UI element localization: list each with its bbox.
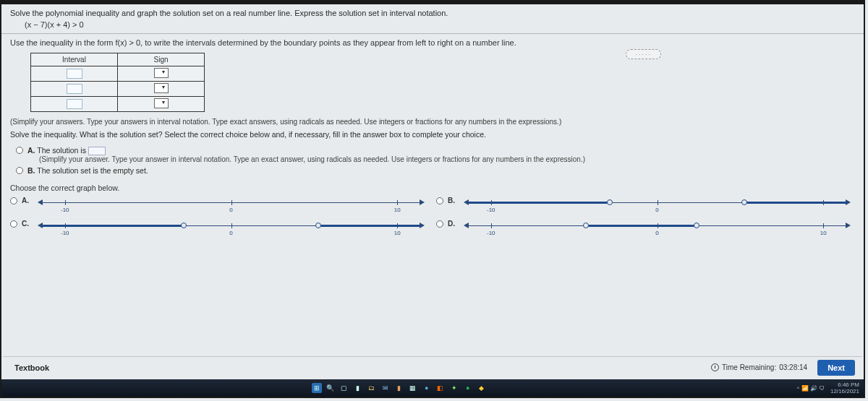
- choice-a[interactable]: A. The solution is (Simplify your answer…: [16, 145, 855, 165]
- numline-d: -10 0 10: [459, 220, 855, 238]
- arrow-right-icon: [420, 223, 425, 228]
- taskview-icon[interactable]: ▢: [339, 383, 349, 393]
- sign-table-zone: Interval Sign: [1, 51, 864, 115]
- collapse-hint[interactable]: ·····: [626, 49, 661, 59]
- graph-label-c: C.: [22, 220, 29, 228]
- textbook-button[interactable]: Textbook: [10, 361, 54, 375]
- chrome-icon[interactable]: ●: [422, 383, 432, 393]
- numline-c: -10 0 10: [33, 220, 429, 238]
- table-row: [31, 82, 205, 97]
- sign-select-2[interactable]: [154, 83, 169, 93]
- graph-prompt: Choose the correct graph below.: [10, 182, 855, 197]
- tray-icons[interactable]: ^ 📶 🔊 🗨: [797, 385, 825, 392]
- graph-choice-a[interactable]: A. -10 0 10: [10, 197, 429, 215]
- radio-a[interactable]: [16, 147, 23, 154]
- app-icon[interactable]: ◧: [435, 383, 446, 393]
- app-icon[interactable]: ▦: [408, 383, 418, 393]
- arrow-right-icon: [420, 199, 425, 205]
- explorer-icon[interactable]: 🗂: [367, 383, 377, 393]
- system-tray[interactable]: ^ 📶 🔊 🗨 6:46 PM12/16/2021: [797, 381, 859, 394]
- choice-a-text: A. The solution is (Simplify your answer…: [27, 146, 585, 163]
- col-interval-header: Interval: [31, 53, 118, 66]
- numline-a: -10 0 10: [33, 197, 429, 215]
- solve-prompt: Solve the inequality. What is the soluti…: [1, 127, 864, 143]
- interval-input-1[interactable]: [67, 69, 82, 79]
- app-icon[interactable]: ▮: [353, 383, 363, 393]
- mail-icon[interactable]: ✉: [380, 383, 391, 393]
- choice-b-text: B. The solution set is the empty set.: [27, 166, 148, 175]
- clock-icon: [711, 363, 719, 371]
- table-row: [31, 66, 205, 82]
- table-row: [31, 97, 205, 112]
- graph-choice-c[interactable]: C. -10 0 10: [10, 220, 429, 238]
- solution-input[interactable]: [88, 147, 106, 155]
- interval-input-3[interactable]: [67, 99, 82, 109]
- app-icon[interactable]: ▮: [394, 383, 404, 393]
- search-icon[interactable]: 🔍: [326, 383, 336, 393]
- arrow-right-icon: [846, 223, 851, 228]
- radio-graph-c[interactable]: [10, 220, 17, 228]
- arrow-right-icon: [846, 199, 851, 205]
- time-remaining: Time Remaining: 03:28:14: [711, 363, 807, 371]
- choice-b[interactable]: B. The solution set is the empty set.: [16, 165, 855, 176]
- sign-select-3[interactable]: [154, 98, 169, 108]
- choice-a-hint: (Simplify your answer. Type your answer …: [27, 155, 585, 163]
- start-icon[interactable]: ⊞: [312, 383, 322, 393]
- taskbar-clock[interactable]: 6:46 PM12/16/2021: [830, 381, 859, 394]
- question-formula: (x − 7)(x + 4) > 0: [10, 17, 855, 30]
- instruction-line: Use the inequality in the form f(x) > 0,…: [1, 34, 864, 51]
- next-button[interactable]: Next: [817, 360, 855, 376]
- sign-select-1[interactable]: [154, 68, 169, 78]
- app-icon[interactable]: ◆: [477, 383, 487, 393]
- question-prompt: Solve the polynomial inequality and grap…: [10, 9, 855, 17]
- graph-choice-b[interactable]: B. -10 0: [436, 197, 855, 215]
- numline-b: -10 0: [459, 197, 855, 215]
- interval-input-2[interactable]: [67, 84, 82, 94]
- graph-label-a: A.: [22, 197, 29, 204]
- sign-table: Interval Sign: [30, 53, 205, 112]
- footer-bar: Textbook Time Remaining: 03:28:14 Next: [3, 356, 862, 378]
- radio-b[interactable]: [16, 167, 23, 174]
- table-hint: (Simplify your answers. Type your answer…: [1, 115, 864, 127]
- graph-choice-d[interactable]: D. -10 0 10: [436, 220, 855, 238]
- spotify-icon[interactable]: ●: [463, 383, 473, 393]
- graph-label-b: B.: [448, 197, 455, 204]
- graph-label-d: D.: [448, 220, 455, 228]
- taskbar-apps[interactable]: ⊞ 🔍 ▢ ▮ 🗂 ✉ ▮ ▦ ● ◧ ✦ ● ◆: [6, 383, 793, 393]
- radio-graph-b[interactable]: [436, 197, 443, 204]
- windows-taskbar[interactable]: ⊞ 🔍 ▢ ▮ 🗂 ✉ ▮ ▦ ● ◧ ✦ ● ◆ ^ 📶 🔊 🗨 6:46 P…: [1, 379, 864, 397]
- radio-graph-a[interactable]: [10, 197, 17, 204]
- radio-graph-d[interactable]: [436, 220, 443, 228]
- col-sign-header: Sign: [118, 53, 205, 66]
- app-icon[interactable]: ✦: [449, 383, 459, 393]
